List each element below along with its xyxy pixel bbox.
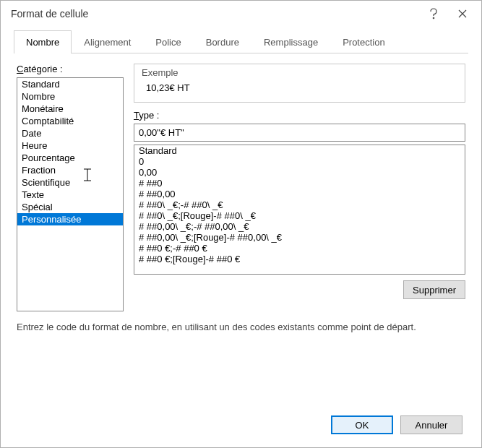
category-item[interactable]: Fraction <box>17 164 123 176</box>
category-item[interactable]: Nombre <box>17 90 123 103</box>
dialog-body: NombreAlignementPoliceBordureRemplissage… <box>1 27 481 447</box>
type-list-item[interactable]: # ##0,00\ _€;[Rouge]-# ##0,00\ _€ <box>134 232 465 243</box>
type-list-item[interactable]: # ##0 <box>134 178 465 189</box>
cancel-button[interactable]: Annuler <box>400 415 462 434</box>
titlebar: Format de cellule <box>1 1 481 27</box>
close-button[interactable] <box>448 4 477 24</box>
delete-row: Supprimer <box>134 280 465 299</box>
ok-button[interactable]: OK <box>331 415 393 434</box>
category-column: Catégorie : StandardNombreMonétaireCompt… <box>17 64 124 311</box>
tab-protection[interactable]: Protection <box>330 30 397 53</box>
category-item[interactable]: Date <box>17 127 123 139</box>
right-column: Exemple 10,23€ HT Type : Standard00,00# … <box>134 64 465 299</box>
tab-bordure[interactable]: Bordure <box>194 30 251 53</box>
tab-remplissage[interactable]: Remplissage <box>251 30 330 53</box>
example-value: 10,23€ HT <box>142 82 457 93</box>
category-item[interactable]: Heure <box>17 139 123 152</box>
dialog-format-cell: Format de cellule NombreAlignementPolice… <box>0 0 482 448</box>
dialog-footer: OK Annuler <box>17 408 465 437</box>
delete-button[interactable]: Supprimer <box>403 280 465 299</box>
svg-point-0 <box>433 17 434 19</box>
category-item[interactable]: Pourcentage <box>17 152 123 164</box>
category-listbox[interactable]: StandardNombreMonétaireComptabilitéDateH… <box>17 77 124 311</box>
type-listbox[interactable]: Standard00,00# ##0# ##0,00# ##0\ _€;-# #… <box>134 145 465 275</box>
category-item[interactable]: Scientifique <box>17 176 123 189</box>
help-button[interactable] <box>419 4 448 24</box>
type-list-item[interactable]: 0,00 <box>134 167 465 178</box>
category-item[interactable]: Monétaire <box>17 103 123 115</box>
type-list-item[interactable]: 0 <box>134 156 465 167</box>
type-list-item[interactable]: # ##0\ _€;[Rouge]-# ##0\ _€ <box>134 210 465 221</box>
type-list-item[interactable]: # ##0\ _€;-# ##0\ _€ <box>134 199 465 210</box>
close-icon <box>458 9 467 18</box>
example-label: Exemple <box>142 67 457 78</box>
hint-text: Entrez le code du format de nombre, en u… <box>17 322 465 332</box>
category-item[interactable]: Spécial <box>17 201 123 213</box>
type-list-item[interactable]: # ##0 €;-# ##0 € <box>134 243 465 254</box>
tab-strip: NombreAlignementPoliceBordureRemplissage… <box>14 30 468 53</box>
upper-panel: Catégorie : StandardNombreMonétaireCompt… <box>17 64 465 311</box>
help-icon <box>429 8 438 20</box>
type-label: Type : <box>134 110 465 121</box>
category-item[interactable]: Comptabilité <box>17 115 123 127</box>
tab-nombre[interactable]: Nombre <box>14 30 72 53</box>
type-list-item[interactable]: Standard <box>134 145 465 156</box>
type-list-item[interactable]: # ##0,00\ _€;-# ##0,00\ _€ <box>134 221 465 232</box>
type-list-item[interactable]: # ##0,00 <box>134 189 465 199</box>
tab-alignement[interactable]: Alignement <box>72 30 143 53</box>
type-input[interactable] <box>134 124 465 142</box>
example-box: Exemple 10,23€ HT <box>134 64 465 103</box>
type-list-item[interactable]: # ##0 €;[Rouge]-# ##0 € <box>134 254 465 264</box>
category-label: Catégorie : <box>17 64 124 74</box>
category-item[interactable]: Texte <box>17 189 123 201</box>
tab-content: Catégorie : StandardNombreMonétaireCompt… <box>14 53 468 437</box>
category-item[interactable]: Standard <box>17 78 123 90</box>
category-item[interactable]: Personnalisée <box>17 213 123 225</box>
tab-police[interactable]: Police <box>143 30 193 53</box>
window-title: Format de cellule <box>11 8 419 20</box>
